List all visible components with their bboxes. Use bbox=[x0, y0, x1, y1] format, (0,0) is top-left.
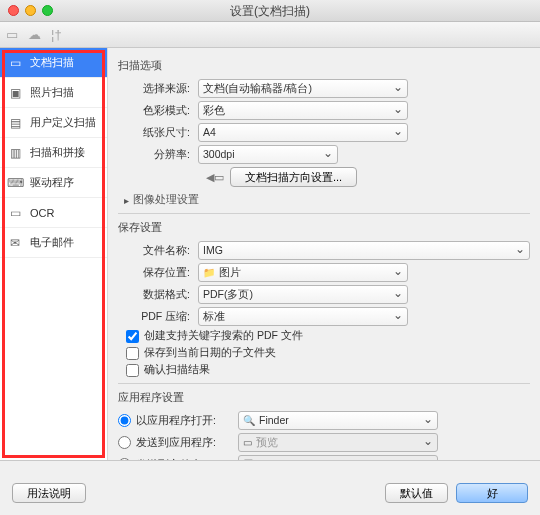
pdf-compress-label: PDF 压缩: bbox=[118, 310, 198, 324]
toolbar-settings-icon[interactable]: ¦† bbox=[51, 27, 62, 42]
source-label: 选择来源: bbox=[118, 82, 198, 96]
scan-options-title: 扫描选项 bbox=[118, 58, 530, 73]
email-icon: ✉ bbox=[6, 236, 24, 250]
filename-field[interactable]: IMG bbox=[198, 241, 530, 260]
window-controls bbox=[8, 5, 53, 16]
minimize-icon[interactable] bbox=[25, 5, 36, 16]
footer: 用法说明 默认值 好 bbox=[0, 460, 540, 515]
divider bbox=[118, 383, 530, 384]
format-label: 数据格式: bbox=[118, 288, 198, 302]
radio-send-app[interactable] bbox=[118, 436, 131, 449]
chk-subfolder[interactable] bbox=[126, 347, 139, 360]
source-select[interactable]: 文档(自动输稿器/稿台) bbox=[198, 79, 408, 98]
toolbar-scan-icon[interactable]: ▭ bbox=[6, 27, 18, 42]
stitch-icon: ▥ bbox=[6, 146, 24, 160]
toolbar-cloud-icon[interactable]: ☁ bbox=[28, 27, 41, 42]
doc-scan-icon: ▭ bbox=[6, 56, 24, 70]
filename-label: 文件名称: bbox=[118, 244, 198, 258]
save-settings-title: 保存设置 bbox=[118, 220, 530, 235]
folder-icon: 📁 bbox=[203, 264, 215, 281]
chk-confirm[interactable] bbox=[126, 364, 139, 377]
radio-open-with[interactable] bbox=[118, 414, 131, 427]
sidebar-item-photo-scan[interactable]: ▣照片扫描 bbox=[0, 78, 107, 108]
driver-icon: ⌨ bbox=[6, 176, 24, 190]
finder-icon: 🔍 bbox=[243, 412, 255, 429]
size-select[interactable]: A4 bbox=[198, 123, 408, 142]
res-select[interactable]: 300dpi bbox=[198, 145, 338, 164]
sidebar-item-scan-stitch[interactable]: ▥扫描和拼接 bbox=[0, 138, 107, 168]
preview-icon: ▭ bbox=[243, 434, 252, 451]
image-processing-disclosure[interactable]: 图像处理设置 bbox=[124, 193, 530, 207]
sidebar-item-driver[interactable]: ⌨驱动程序 bbox=[0, 168, 107, 198]
radio-send-folder[interactable] bbox=[118, 458, 131, 460]
titlebar: 设置(文档扫描) bbox=[0, 0, 540, 22]
chk-confirm-label: 确认扫描结果 bbox=[144, 363, 210, 377]
close-icon[interactable] bbox=[8, 5, 19, 16]
ocr-icon: ▭ bbox=[6, 206, 24, 220]
sidebar-item-doc-scan[interactable]: ▭文档扫描 bbox=[0, 48, 107, 78]
sidebar-item-ocr[interactable]: ▭OCR bbox=[0, 198, 107, 228]
app-settings-title: 应用程序设置 bbox=[118, 390, 530, 405]
location-label: 保存位置: bbox=[118, 266, 198, 280]
orientation-button[interactable]: 文档扫描方向设置... bbox=[230, 167, 357, 187]
color-select[interactable]: 彩色 bbox=[198, 101, 408, 120]
ok-button[interactable]: 好 bbox=[456, 483, 528, 503]
location-select[interactable]: 📁图片 bbox=[198, 263, 408, 282]
photo-scan-icon: ▣ bbox=[6, 86, 24, 100]
window-title: 设置(文档扫描) bbox=[230, 4, 310, 18]
help-button[interactable]: 用法说明 bbox=[12, 483, 86, 503]
maximize-icon[interactable] bbox=[42, 5, 53, 16]
pdf-compress-select[interactable]: 标准 bbox=[198, 307, 408, 326]
sidebar-item-email[interactable]: ✉电子邮件 bbox=[0, 228, 107, 258]
custom-scan-icon: ▤ bbox=[6, 116, 24, 130]
sidebar-item-custom-scan[interactable]: ▤用户定义扫描 bbox=[0, 108, 107, 138]
toolbar: ▭ ☁ ¦† bbox=[0, 22, 540, 48]
orient-left-icon: ◀▭ bbox=[206, 171, 224, 184]
send-app-select[interactable]: ▭预览 bbox=[238, 433, 438, 452]
chk-keyword-label: 创建支持关键字搜索的 PDF 文件 bbox=[144, 329, 303, 343]
res-label: 分辨率: bbox=[118, 148, 198, 162]
color-label: 色彩模式: bbox=[118, 104, 198, 118]
send-folder-select[interactable]: 无 bbox=[238, 455, 438, 460]
defaults-button[interactable]: 默认值 bbox=[385, 483, 448, 503]
open-with-select[interactable]: 🔍Finder bbox=[238, 411, 438, 430]
chk-keyword[interactable] bbox=[126, 330, 139, 343]
chk-subfolder-label: 保存到当前日期的子文件夹 bbox=[144, 346, 276, 360]
size-label: 纸张尺寸: bbox=[118, 126, 198, 140]
divider bbox=[118, 213, 530, 214]
sidebar: ▭文档扫描 ▣照片扫描 ▤用户定义扫描 ▥扫描和拼接 ⌨驱动程序 ▭OCR ✉电… bbox=[0, 48, 108, 460]
content-pane: 扫描选项 选择来源:文档(自动输稿器/稿台) 色彩模式:彩色 纸张尺寸:A4 分… bbox=[108, 48, 540, 460]
format-select[interactable]: PDF(多页) bbox=[198, 285, 408, 304]
